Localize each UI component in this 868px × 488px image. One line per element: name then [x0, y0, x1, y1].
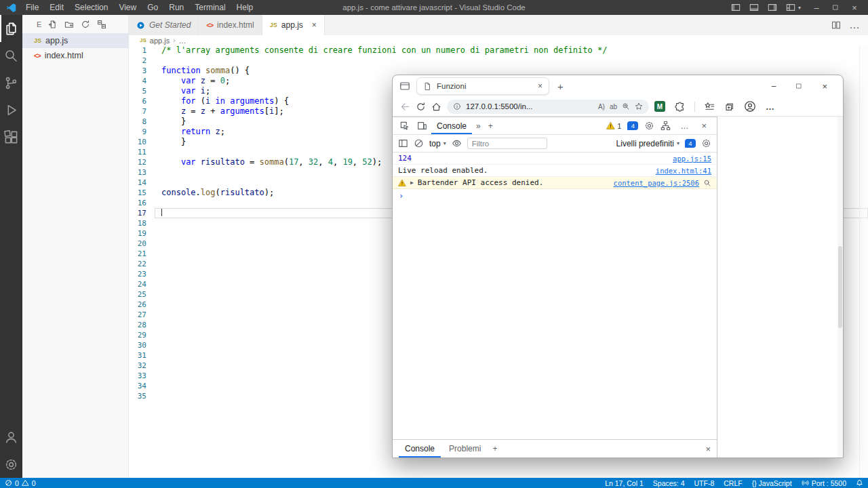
read-aloud-icon[interactable]: A)	[598, 103, 605, 110]
log-levels-selector[interactable]: Livelli predefiniti▾	[616, 139, 679, 148]
toggle-sidebar-icon[interactable]	[731, 3, 741, 12]
explorer-icon[interactable]	[0, 15, 22, 42]
console-prompt[interactable]: ›	[393, 189, 717, 203]
drawer-tab-console[interactable]: Console	[399, 440, 441, 458]
levels-counter[interactable]: 4	[685, 139, 696, 148]
status-port[interactable]: Port : 5500	[797, 479, 851, 487]
extensions-icon[interactable]	[0, 123, 22, 150]
status-utf-8[interactable]: UTF-8	[690, 479, 719, 487]
favorites-bar-icon[interactable]	[705, 102, 715, 112]
settings-gear-icon[interactable]	[0, 451, 22, 478]
console-source-link[interactable]: content_page.js:2506	[614, 179, 699, 187]
code-text[interactable]	[155, 56, 868, 66]
collapse-folders-icon[interactable]	[97, 20, 106, 29]
new-tab-icon[interactable]: +	[555, 81, 566, 92]
devtools-tab-console[interactable]: Console	[431, 117, 472, 134]
devtools-settings-icon[interactable]	[644, 121, 654, 131]
drawer-tab-problemi[interactable]: Problemi	[443, 440, 487, 458]
filter-input[interactable]	[467, 138, 547, 149]
search-icon[interactable]	[0, 42, 22, 69]
console-sidebar-icon[interactable]	[398, 138, 408, 148]
extensions-puzzle-icon[interactable]	[675, 102, 685, 112]
site-info-icon[interactable]	[453, 102, 461, 110]
refresh-icon[interactable]	[416, 102, 426, 112]
devtools-close-icon[interactable]: ×	[698, 121, 710, 131]
status-spaces[interactable]: Spaces: 4	[648, 479, 690, 487]
toggle-panel-icon[interactable]	[749, 3, 759, 12]
browser-tab[interactable]: Funzioni ×	[416, 77, 549, 95]
expand-arrow-icon[interactable]: ▶	[410, 180, 414, 186]
menu-run[interactable]: Run	[163, 0, 189, 15]
menu-selection[interactable]: Selection	[69, 0, 113, 15]
breadcrumb[interactable]: JS app.js › …	[129, 35, 868, 45]
live-expression-eye-icon[interactable]	[452, 138, 462, 148]
menu-help[interactable]: Help	[231, 0, 259, 15]
address-bar[interactable]: 127.0.0.1:5500/in... A) ab	[447, 100, 649, 114]
run-debug-icon[interactable]	[0, 96, 22, 123]
url-text[interactable]: 127.0.0.1:5500/in...	[466, 102, 593, 110]
profile-avatar-icon[interactable]	[744, 100, 756, 113]
edge-minimize-button[interactable]: –	[772, 81, 776, 91]
drawer-add-icon[interactable]: +	[489, 444, 500, 453]
status-ln[interactable]: Ln 17, Col 1	[600, 479, 648, 487]
close-button[interactable]: ×	[848, 3, 861, 13]
search-source-icon[interactable]	[703, 179, 711, 187]
menu-go[interactable]: Go	[142, 0, 163, 15]
dock-hierarchy-icon[interactable]	[660, 121, 671, 131]
breadcrumb-more[interactable]: …	[179, 37, 186, 45]
menu-terminal[interactable]: Terminal	[189, 0, 231, 15]
editor-scrollbar[interactable]	[859, 45, 868, 478]
tab-get-started[interactable]: Get Started	[129, 15, 199, 35]
home-icon[interactable]	[431, 102, 441, 112]
tab-actions-icon[interactable]	[399, 81, 410, 92]
toggle-secondary-sidebar-icon[interactable]	[768, 3, 777, 12]
new-file-icon[interactable]	[48, 20, 58, 29]
console-source-link[interactable]: index.html:41	[656, 167, 711, 175]
source-control-icon[interactable]	[0, 69, 22, 96]
edge-close-button[interactable]: ×	[822, 81, 827, 92]
menu-view[interactable]: View	[113, 0, 142, 15]
add-tab-icon[interactable]: +	[485, 121, 496, 131]
collections-icon[interactable]	[724, 102, 734, 112]
file-item-app.js[interactable]: JSapp.js	[22, 33, 128, 48]
file-item-index.html[interactable]: <>index.html	[22, 48, 128, 63]
maximize-button[interactable]	[832, 4, 839, 11]
inspect-element-icon[interactable]	[399, 121, 410, 131]
devtools-more-icon[interactable]: …	[677, 121, 692, 131]
zoom-icon[interactable]	[622, 102, 630, 110]
context-selector[interactable]: top▾	[429, 139, 446, 148]
edge-maximize-button[interactable]	[795, 83, 802, 89]
breadcrumb-file[interactable]: app.js	[150, 37, 170, 45]
more-tabs-icon[interactable]: »	[473, 121, 484, 131]
message-counter[interactable]: 4	[627, 121, 638, 130]
tab-app.js[interactable]: JSapp.js×	[262, 15, 325, 35]
status-crlf[interactable]: CRLF	[719, 479, 747, 487]
minimize-button[interactable]: –	[810, 3, 823, 13]
console-settings-icon[interactable]	[701, 138, 711, 148]
translate-icon[interactable]: ab	[610, 103, 617, 110]
editor-more-icon[interactable]: …	[849, 19, 860, 31]
tab-index.html[interactable]: <>index.html	[199, 15, 262, 35]
back-icon[interactable]	[400, 102, 410, 112]
page-scrollbar[interactable]	[837, 117, 843, 458]
customize-layout-icon[interactable]	[786, 3, 795, 12]
console-source-link[interactable]: app.js:15	[673, 155, 711, 163]
clear-console-icon[interactable]	[414, 138, 424, 148]
favorite-star-icon[interactable]	[635, 102, 643, 110]
account-icon[interactable]	[0, 424, 22, 451]
menu-edit[interactable]: Edit	[44, 0, 69, 15]
tab-close-icon[interactable]: ×	[538, 81, 542, 91]
device-toolbar-icon[interactable]	[417, 121, 427, 131]
warning-counter[interactable]: 1	[606, 121, 621, 130]
refresh-explorer-icon[interactable]	[81, 20, 90, 29]
status-javascript[interactable]: {} JavaScript	[747, 479, 797, 487]
split-editor-icon[interactable]	[831, 20, 841, 30]
new-folder-icon[interactable]	[64, 20, 74, 29]
m-extension-icon[interactable]: M	[654, 101, 665, 112]
settings-more-icon[interactable]: …	[766, 102, 775, 112]
status-bell[interactable]	[851, 479, 868, 487]
problems-status[interactable]: 0 0	[0, 479, 36, 487]
tab-close-icon[interactable]: ×	[312, 20, 317, 30]
drawer-close-icon[interactable]: ×	[705, 444, 711, 454]
menu-file[interactable]: File	[20, 0, 44, 15]
